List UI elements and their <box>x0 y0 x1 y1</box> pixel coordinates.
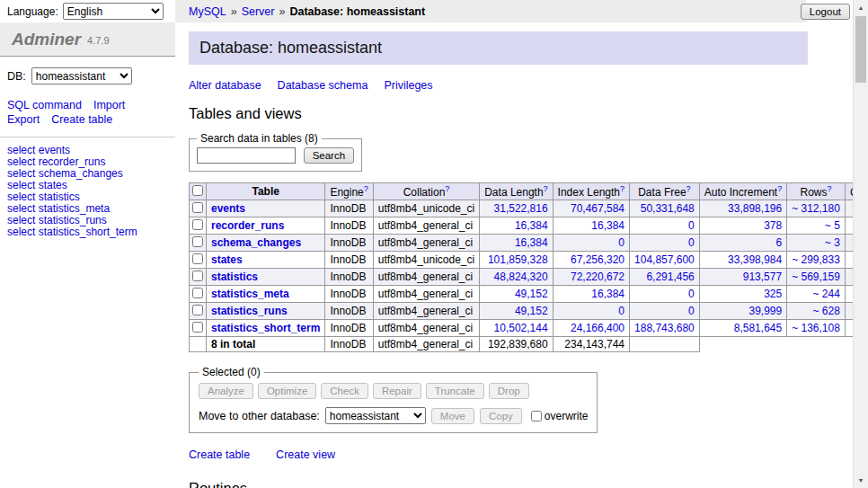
breadcrumb-mysql-link[interactable]: MySQL <box>189 5 226 18</box>
adminer-logo-link[interactable]: Adminer <box>12 30 81 49</box>
db-select[interactable]: homeassistant <box>31 67 132 84</box>
table-link-events[interactable]: events <box>211 202 245 215</box>
cell-auto-increment-link[interactable]: 39,999 <box>748 305 782 317</box>
cell-data-length-link[interactable]: 16,384 <box>515 219 548 232</box>
row-checkbox-statistics_meta[interactable] <box>192 288 203 298</box>
breadcrumb-server-link[interactable]: Server <box>242 5 275 18</box>
cell-rows-link[interactable]: ~ 3 <box>825 236 840 249</box>
cell-data-free-link[interactable]: 0 <box>688 305 695 317</box>
optimize-button[interactable]: Optimize <box>258 383 316 399</box>
drop-button[interactable]: Drop <box>489 383 529 399</box>
cell-data-free-link[interactable]: 188,743,680 <box>634 322 695 334</box>
create-table-link[interactable]: Create table <box>189 448 250 461</box>
help-link-data-length-icon[interactable]: ? <box>544 184 548 193</box>
sidebar-select-link-statistics_runs[interactable]: select <box>7 214 35 226</box>
sidebar-table-link-statistics[interactable]: statistics <box>39 191 80 203</box>
table-link-recorder_runs[interactable]: recorder_runs <box>211 219 284 232</box>
sidebar-table-link-statistics_meta[interactable]: statistics_meta <box>39 202 110 215</box>
create-view-link[interactable]: Create view <box>276 448 335 461</box>
logout-button[interactable]: Logout <box>801 4 850 20</box>
row-checkbox-statistics_short_term[interactable] <box>192 322 203 333</box>
sidebar-link-create-table[interactable]: Create table <box>51 112 112 127</box>
cell-data-length-link[interactable]: 16,384 <box>515 236 548 249</box>
move-db-select[interactable]: homeassistant <box>325 407 426 424</box>
cell-index-length-link[interactable]: 24,166,400 <box>571 322 624 334</box>
overwrite-checkbox[interactable] <box>531 411 542 421</box>
cell-rows-link[interactable]: ~ 569,159 <box>792 271 840 283</box>
scroll-down-icon[interactable]: ▼ <box>854 473 868 488</box>
cell-auto-increment-link[interactable]: 913,577 <box>743 271 782 283</box>
cell-index-length-link[interactable]: 72,220,672 <box>571 271 624 283</box>
help-link-data-free-icon[interactable]: ? <box>686 184 691 193</box>
sidebar-table-link-statistics_runs[interactable]: statistics_runs <box>39 214 107 226</box>
cell-data-free-link[interactable]: 104,857,600 <box>634 253 695 266</box>
help-link-collation-icon[interactable]: ? <box>445 184 449 193</box>
cell-index-length-link[interactable]: 67,256,320 <box>571 253 624 266</box>
alter-database-link[interactable]: Alter database <box>189 79 261 92</box>
check-button[interactable]: Check <box>321 383 368 399</box>
cell-data-free-link[interactable]: 0 <box>688 288 695 300</box>
scroll-up-icon[interactable]: ▲ <box>854 0 868 15</box>
sidebar-link-import[interactable]: Import <box>93 98 125 112</box>
row-checkbox-events[interactable] <box>192 202 203 213</box>
sidebar-table-link-statistics_short_term[interactable]: statistics_short_term <box>39 226 137 238</box>
copy-button[interactable]: Copy <box>480 408 522 424</box>
scrollbar-thumb[interactable] <box>855 16 866 83</box>
cell-data-length-link[interactable]: 49,152 <box>515 288 548 300</box>
cell-data-free-link[interactable]: 50,331,648 <box>641 202 695 215</box>
cell-data-length-link[interactable]: 49,152 <box>515 305 548 317</box>
sidebar-select-link-events[interactable]: select <box>7 144 35 156</box>
cell-index-length-link[interactable]: 70,467,584 <box>571 202 624 215</box>
move-button[interactable]: Move <box>431 408 474 424</box>
sidebar-link-sql-command[interactable]: SQL command <box>7 98 82 112</box>
help-link-auto-increment-icon[interactable]: ? <box>777 184 782 193</box>
table-link-statistics[interactable]: statistics <box>211 271 258 283</box>
cell-rows-link[interactable]: ~ 244 <box>813 288 840 300</box>
sidebar-select-link-schema_changes[interactable]: select <box>7 167 35 180</box>
table-link-statistics_short_term[interactable]: statistics_short_term <box>211 322 320 334</box>
cell-auto-increment-link[interactable]: 8,581,645 <box>734 322 782 334</box>
cell-auto-increment-link[interactable]: 33,398,984 <box>728 253 782 266</box>
cell-rows-link[interactable]: ~ 628 <box>813 305 840 317</box>
sidebar-table-link-schema_changes[interactable]: schema_changes <box>39 167 123 180</box>
sidebar-table-link-events[interactable]: events <box>39 144 70 156</box>
select-all-checkbox[interactable] <box>192 185 203 196</box>
cell-data-free-link[interactable]: 0 <box>688 236 695 249</box>
table-link-statistics_meta[interactable]: statistics_meta <box>211 288 289 300</box>
sidebar-table-link-recorder_runs[interactable]: recorder_runs <box>39 155 106 168</box>
cell-data-length-link[interactable]: 101,859,328 <box>488 253 548 266</box>
row-checkbox-schema_changes[interactable] <box>192 236 203 247</box>
row-checkbox-statistics[interactable] <box>192 271 203 281</box>
vertical-scrollbar[interactable]: ▲ ▼ <box>853 0 868 488</box>
cell-auto-increment-link[interactable]: 33,898,196 <box>728 202 782 215</box>
language-select[interactable]: English <box>63 3 164 20</box>
help-link-index-length-icon[interactable]: ? <box>620 184 624 193</box>
help-link-engine-icon[interactable]: ? <box>364 184 368 193</box>
cell-data-length-link[interactable]: 48,824,320 <box>494 271 548 283</box>
row-checkbox-statistics_runs[interactable] <box>192 305 203 315</box>
cell-auto-increment-link[interactable]: 6 <box>775 236 782 249</box>
cell-index-length-link[interactable]: 16,384 <box>591 219 624 232</box>
cell-rows-link[interactable]: ~ 136,108 <box>792 322 840 334</box>
repair-button[interactable]: Repair <box>373 383 421 399</box>
cell-auto-increment-link[interactable]: 325 <box>764 288 782 300</box>
cell-index-length-link[interactable]: 16,384 <box>591 288 624 300</box>
table-link-schema_changes[interactable]: schema_changes <box>211 236 301 249</box>
help-link-rows-icon[interactable]: ? <box>828 184 832 193</box>
sidebar-select-link-states[interactable]: select <box>7 179 35 191</box>
cell-data-length-link[interactable]: 31,522,816 <box>494 202 548 215</box>
analyze-button[interactable]: Analyze <box>199 383 253 399</box>
cell-index-length-link[interactable]: 0 <box>618 305 624 317</box>
sidebar-select-link-statistics_meta[interactable]: select <box>7 202 35 215</box>
table-link-states[interactable]: states <box>211 253 243 266</box>
cell-data-free-link[interactable]: 6,291,456 <box>646 271 694 283</box>
cell-auto-increment-link[interactable]: 378 <box>764 219 782 232</box>
privileges-link[interactable]: Privileges <box>384 79 432 92</box>
cell-data-length-link[interactable]: 10,502,144 <box>494 322 548 334</box>
sidebar-link-export[interactable]: Export <box>7 112 40 127</box>
sidebar-select-link-statistics_short_term[interactable]: select <box>7 226 35 238</box>
cell-data-free-link[interactable]: 0 <box>688 219 695 232</box>
cell-rows-link[interactable]: ~ 312,180 <box>792 202 840 215</box>
sidebar-table-link-states[interactable]: states <box>39 179 67 191</box>
database-schema-link[interactable]: Database schema <box>278 79 368 92</box>
